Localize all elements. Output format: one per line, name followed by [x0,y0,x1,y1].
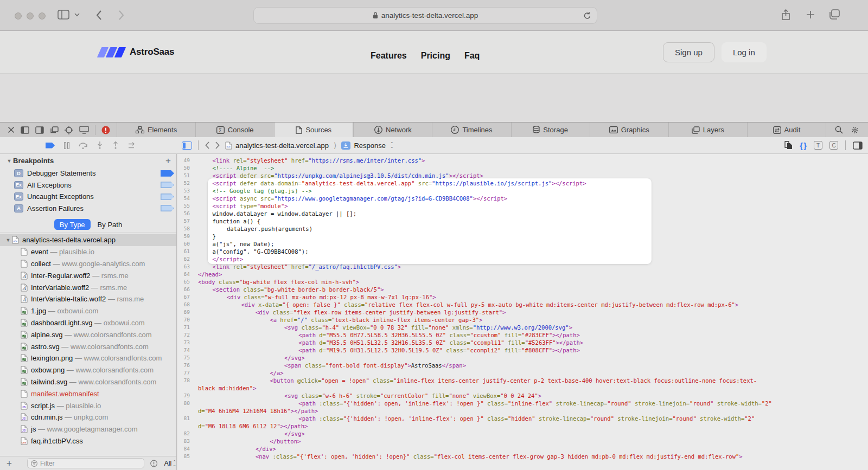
breakpoints-toggle-icon[interactable] [46,143,55,149]
issues-filter-icon[interactable] [150,460,157,467]
tree-file-item[interactable]: alpine.svg — www.colorsandfonts.com [0,329,176,340]
add-breakpoint-icon[interactable]: + [165,156,171,166]
signup-button[interactable]: Sign up [663,42,714,62]
crumb-forward-icon[interactable] [215,141,220,150]
tab-layers[interactable]: Layers [668,123,747,137]
copy-resource-icon[interactable] [784,141,793,150]
type-profiler-icon[interactable]: T [814,141,822,150]
close-inspector-icon[interactable] [8,126,15,133]
tree-file-item[interactable]: AInterVariable.woff2 — rsms.me [0,281,176,293]
dock-left-icon[interactable] [21,126,29,134]
line-number[interactable]: 58 [177,225,194,233]
line-number[interactable]: 80 [177,400,194,407]
line-number[interactable]: 68 [177,301,194,308]
line-number[interactable]: 69 [177,308,194,316]
tree-file-item[interactable]: manifest.webmanifest [0,388,176,400]
tree-file-item[interactable]: JScdn.min.js — unpkg.com [0,411,176,423]
line-number[interactable]: 57 [177,217,194,225]
sidebar-chevron-icon[interactable] [74,12,80,17]
line-number[interactable]: 74 [177,346,194,354]
breakpoint-debugger-statements[interactable]: D Debugger Statements [0,168,176,179]
line-number[interactable]: 81 [177,415,194,422]
code-coverage-icon[interactable]: C [829,141,838,150]
tab-elements[interactable]: Elements [117,123,195,137]
line-number[interactable]: 75 [177,354,194,362]
tab-console[interactable]: Σ Console [195,123,274,137]
tab-sources[interactable]: Sources [274,123,353,137]
forward-button[interactable] [118,10,125,21]
line-number[interactable]: 59 [177,233,194,240]
element-picker-icon[interactable] [65,126,73,134]
line-number[interactable]: 67 [177,293,194,301]
nav-link-faq[interactable]: Faq [464,51,480,61]
line-number[interactable]: 77 [177,369,194,377]
line-number[interactable] [177,422,194,430]
line-number[interactable] [177,384,194,392]
new-tab-button[interactable] [806,10,815,20]
reload-button[interactable] [583,11,591,20]
site-logo[interactable]: AstroSaas [99,47,174,57]
step-over-icon[interactable] [79,142,87,149]
breadcrumb-resource[interactable]: Response ⌃⌄ [341,141,393,150]
close-window-button[interactable] [15,12,22,20]
footer-add-icon[interactable]: + [7,459,12,468]
line-number[interactable]: 73 [177,339,194,346]
step-next-icon[interactable] [128,142,136,149]
breakpoints-disclosure-icon[interactable]: ▼ [5,158,13,164]
detach-window-icon[interactable] [50,126,59,134]
sidebar-toggle-button[interactable] [58,10,69,20]
breakpoint-uncaught-exceptions[interactable]: Ex Uncaught Exceptions [0,191,176,203]
line-number[interactable]: 83 [177,437,194,445]
tree-file-item[interactable]: JSscript.js — plausible.io [0,400,176,411]
login-button[interactable]: Log in [722,42,767,62]
tree-file-item[interactable]: cssfaq.ih1ctbPV.css [0,435,176,447]
tree-file-item[interactable]: JSjs — www.googletagmanager.com [0,423,176,435]
line-number[interactable]: 85 [177,453,194,460]
tree-file-item[interactable]: tailwind.svg — www.colorsandfonts.com [0,376,176,388]
tree-file-item[interactable]: astro.svg — www.colorsandfonts.com [0,340,176,352]
tab-audit[interactable]: Audit [747,123,826,137]
issues-badge-icon[interactable] [101,126,110,134]
tab-network[interactable]: Network [353,123,432,137]
line-number[interactable]: 71 [177,324,194,331]
tree-file-item[interactable]: AInterVariable-Italic.woff2 — rsms.me [0,293,176,305]
line-number[interactable]: 50 [177,164,194,172]
details-sidebar-toggle-icon[interactable] [853,141,863,150]
segment-by-type[interactable]: By Type [54,219,91,230]
navigation-sidebar-toggle[interactable] [182,141,192,150]
pause-icon[interactable] [64,142,69,149]
tab-timelines[interactable]: Timelines [432,123,510,137]
breakpoint-disabled-flag[interactable] [161,205,174,211]
breadcrumb[interactable]: <> analytics-test-delta.vercel.app [225,141,329,150]
line-number[interactable]: 79 [177,392,194,400]
line-number[interactable]: 54 [177,195,194,202]
line-number[interactable] [177,407,194,415]
tree-file-item[interactable]: collect — www.google-analytics.com [0,258,176,270]
zoom-window-button[interactable] [39,12,46,20]
line-number[interactable]: 53 [177,187,194,195]
scope-selector[interactable]: All ⌃⌄ [164,460,176,467]
address-bar[interactable]: analytics-test-delta.vercel.app [253,7,597,24]
line-number[interactable]: 84 [177,445,194,453]
line-number[interactable]: 65 [177,278,194,286]
device-icon[interactable] [79,126,89,134]
line-number[interactable]: 49 [177,157,194,164]
line-number[interactable]: 55 [177,202,194,210]
line-number[interactable]: 70 [177,316,194,324]
line-number[interactable]: 66 [177,286,194,293]
line-number[interactable]: 63 [177,263,194,271]
breakpoint-assertion-failures[interactable]: A Assertion Failures [0,203,176,215]
tree-file-item[interactable]: AInter-Regular.woff2 — rsms.me [0,269,176,281]
breakpoint-disabled-flag[interactable] [161,194,174,200]
nav-link-pricing[interactable]: Pricing [421,51,450,61]
line-number[interactable]: 76 [177,362,194,369]
tree-disclosure-icon[interactable]: ▼ [4,237,12,243]
tree-file-item[interactable]: dashboardLight.svg — oxbowui.com [0,317,176,329]
line-number[interactable]: 51 [177,172,194,179]
share-button[interactable] [781,9,790,21]
step-out-icon[interactable] [112,141,119,149]
nav-link-features[interactable]: Features [371,51,407,61]
minimize-window-button[interactable] [27,12,34,20]
dock-right-icon[interactable] [35,126,44,134]
filter-input[interactable]: Filter [27,458,144,468]
